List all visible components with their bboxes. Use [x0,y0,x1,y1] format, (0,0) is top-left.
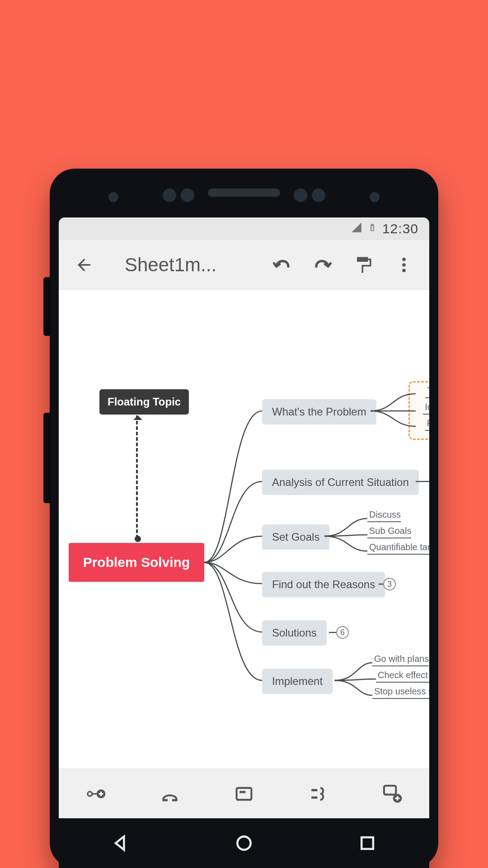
phone-sensor [108,192,118,202]
branch-implement[interactable]: Implement [262,669,333,694]
undo-button[interactable] [268,251,296,278]
phone-speaker [208,189,280,197]
phone-sensor [370,192,380,202]
phone-sensor [312,189,325,202]
branch-solutions[interactable]: Solutions [262,620,327,646]
svg-rect-10 [172,799,178,801]
svg-point-2 [402,263,406,267]
leaf-item[interactable]: Ide [423,402,429,415]
cell-signal-icon [351,221,362,236]
svg-point-19 [237,836,250,849]
phone-sensor [181,189,194,202]
add-subtopic-button[interactable] [82,780,109,807]
leaf-item[interactable]: Th [425,386,429,398]
svg-rect-0 [371,226,373,230]
leaf-item[interactable]: Check effect of [376,670,429,683]
phone-frame: 12:30 Sheet1m... Floating Topic [50,169,438,868]
branch-set-goals[interactable]: Set Goals [262,524,329,550]
leaf-item[interactable]: Stop useless so [372,686,429,699]
add-relationship-button[interactable] [156,780,183,807]
svg-rect-15 [384,785,396,794]
branch-count-badge[interactable]: 3 [383,578,396,590]
svg-rect-20 [361,837,373,849]
nav-home-button[interactable] [230,830,258,857]
floating-topic-node[interactable]: Floating Topic [99,389,189,415]
format-button[interactable] [350,251,377,278]
document-title: Sheet1m... [111,254,255,276]
back-button[interactable] [70,251,98,278]
battery-icon [368,221,377,237]
svg-point-4 [88,792,92,796]
floating-topic-connector [136,415,138,538]
nav-back-button[interactable] [107,830,134,857]
branch-find-reasons[interactable]: Find out the Reasons [262,572,385,597]
android-nav-bar [59,818,429,868]
leaf-item[interactable]: Fir [425,418,429,431]
app-toolbar: Sheet1m... [59,240,429,290]
add-floating-topic-button[interactable] [379,780,406,807]
phone-sensor [163,189,176,202]
more-button[interactable] [390,251,418,278]
svg-point-3 [402,269,406,272]
branch-analysis[interactable]: Analysis of Current Situation [262,470,419,495]
phone-side-button [43,413,51,503]
clock-text: 12:30 [382,221,418,236]
leaf-item[interactable]: Sub Goals [367,526,411,538]
screen: 12:30 Sheet1m... Floating Topic [59,217,429,868]
root-node[interactable]: Problem Solving [69,543,204,582]
svg-rect-9 [163,799,168,801]
svg-point-1 [402,257,406,261]
nav-recent-button[interactable] [354,830,381,857]
bottom-toolbar [59,769,429,818]
leaf-item[interactable]: Go with plans [372,654,429,666]
svg-rect-11 [237,788,252,799]
branch-count-badge[interactable]: 6 [336,626,349,639]
android-status-bar: 12:30 [59,217,429,240]
svg-rect-12 [239,791,245,793]
phone-side-button [43,277,51,336]
mindmap-canvas[interactable]: Floating Topic Problem Solving What's th… [59,290,429,769]
add-summary-button[interactable] [305,780,332,807]
add-note-button[interactable] [230,780,258,807]
leaf-item[interactable]: Discuss [367,509,401,522]
leaf-item[interactable]: Quantifiable targe [367,542,429,555]
redo-button[interactable] [309,251,336,278]
phone-sensor [294,189,307,202]
branch-whats-the-problem[interactable]: What's the Problem [262,399,376,425]
